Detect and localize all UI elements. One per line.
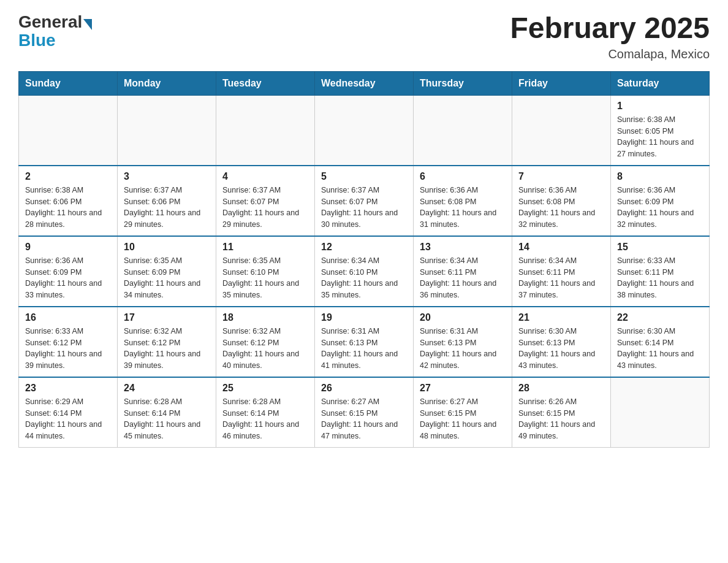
day-info: Sunrise: 6:36 AMSunset: 6:08 PMDaylight:… — [420, 185, 506, 231]
day-number: 16 — [25, 312, 111, 323]
day-info: Sunrise: 6:37 AMSunset: 6:07 PMDaylight:… — [321, 185, 407, 231]
calendar-cell: 19Sunrise: 6:31 AMSunset: 6:13 PMDayligh… — [315, 307, 414, 377]
calendar-cell — [315, 95, 414, 166]
day-number: 24 — [124, 383, 210, 394]
day-number: 22 — [617, 312, 703, 323]
day-info: Sunrise: 6:35 AMSunset: 6:10 PMDaylight:… — [222, 255, 308, 301]
calendar-week-row: 1Sunrise: 6:38 AMSunset: 6:05 PMDaylight… — [19, 95, 710, 166]
day-info: Sunrise: 6:32 AMSunset: 6:12 PMDaylight:… — [222, 326, 308, 372]
calendar-cell: 8Sunrise: 6:36 AMSunset: 6:09 PMDaylight… — [611, 166, 710, 236]
day-number: 20 — [420, 312, 506, 323]
calendar-cell: 12Sunrise: 6:34 AMSunset: 6:10 PMDayligh… — [315, 236, 414, 307]
calendar-cell: 16Sunrise: 6:33 AMSunset: 6:12 PMDayligh… — [19, 307, 118, 377]
day-number: 15 — [617, 242, 703, 253]
logo-blue-text: Blue — [18, 31, 56, 50]
day-number: 6 — [420, 171, 506, 182]
calendar-cell: 20Sunrise: 6:31 AMSunset: 6:13 PMDayligh… — [414, 307, 512, 377]
day-info: Sunrise: 6:38 AMSunset: 6:06 PMDaylight:… — [25, 185, 111, 231]
day-number: 9 — [25, 242, 111, 253]
day-number: 13 — [420, 242, 506, 253]
calendar-cell: 23Sunrise: 6:29 AMSunset: 6:14 PMDayligh… — [19, 377, 118, 448]
calendar-cell: 14Sunrise: 6:34 AMSunset: 6:11 PMDayligh… — [512, 236, 611, 307]
calendar-cell — [611, 377, 710, 448]
calendar-cell: 13Sunrise: 6:34 AMSunset: 6:11 PMDayligh… — [414, 236, 512, 307]
calendar-cell: 6Sunrise: 6:36 AMSunset: 6:08 PMDaylight… — [414, 166, 512, 236]
calendar-cell: 18Sunrise: 6:32 AMSunset: 6:12 PMDayligh… — [216, 307, 315, 377]
day-info: Sunrise: 6:36 AMSunset: 6:09 PMDaylight:… — [617, 185, 703, 231]
day-info: Sunrise: 6:36 AMSunset: 6:09 PMDaylight:… — [25, 255, 111, 301]
logo-general-text: General — [18, 12, 82, 32]
logo-top: General — [18, 12, 92, 32]
calendar-cell: 4Sunrise: 6:37 AMSunset: 6:07 PMDaylight… — [216, 166, 315, 236]
day-number: 8 — [617, 171, 703, 182]
calendar-cell — [118, 95, 216, 166]
day-number: 26 — [321, 383, 407, 394]
day-number: 5 — [321, 171, 407, 182]
day-header-monday: Monday — [118, 71, 216, 95]
calendar-title: February 2025 — [510, 12, 710, 45]
calendar-cell: 9Sunrise: 6:36 AMSunset: 6:09 PMDaylight… — [19, 236, 118, 307]
day-number: 14 — [518, 242, 604, 253]
day-info: Sunrise: 6:32 AMSunset: 6:12 PMDaylight:… — [124, 326, 210, 372]
calendar-cell: 22Sunrise: 6:30 AMSunset: 6:14 PMDayligh… — [611, 307, 710, 377]
calendar-cell: 17Sunrise: 6:32 AMSunset: 6:12 PMDayligh… — [118, 307, 216, 377]
day-header-wednesday: Wednesday — [315, 71, 414, 95]
logo: General Blue — [18, 12, 92, 50]
day-info: Sunrise: 6:31 AMSunset: 6:13 PMDaylight:… — [420, 326, 506, 372]
calendar-cell: 24Sunrise: 6:28 AMSunset: 6:14 PMDayligh… — [118, 377, 216, 448]
day-number: 1 — [617, 101, 703, 112]
day-info: Sunrise: 6:35 AMSunset: 6:09 PMDaylight:… — [124, 255, 210, 301]
calendar-cell: 10Sunrise: 6:35 AMSunset: 6:09 PMDayligh… — [118, 236, 216, 307]
day-info: Sunrise: 6:34 AMSunset: 6:10 PMDaylight:… — [321, 255, 407, 301]
calendar-cell: 2Sunrise: 6:38 AMSunset: 6:06 PMDaylight… — [19, 166, 118, 236]
day-number: 25 — [222, 383, 308, 394]
calendar-cell: 3Sunrise: 6:37 AMSunset: 6:06 PMDaylight… — [118, 166, 216, 236]
calendar-cell: 1Sunrise: 6:38 AMSunset: 6:05 PMDaylight… — [611, 95, 710, 166]
calendar-cell — [512, 95, 611, 166]
day-info: Sunrise: 6:27 AMSunset: 6:15 PMDaylight:… — [420, 396, 506, 442]
day-number: 12 — [321, 242, 407, 253]
calendar-cell: 27Sunrise: 6:27 AMSunset: 6:15 PMDayligh… — [414, 377, 512, 448]
day-number: 2 — [25, 171, 111, 182]
day-number: 27 — [420, 383, 506, 394]
day-info: Sunrise: 6:29 AMSunset: 6:14 PMDaylight:… — [25, 396, 111, 442]
day-number: 18 — [222, 312, 308, 323]
calendar-cell — [216, 95, 315, 166]
day-number: 23 — [25, 383, 111, 394]
calendar-header-row: SundayMondayTuesdayWednesdayThursdayFrid… — [19, 71, 710, 95]
logo-arrow-icon — [83, 19, 92, 30]
day-number: 11 — [222, 242, 308, 253]
day-info: Sunrise: 6:30 AMSunset: 6:14 PMDaylight:… — [617, 326, 703, 372]
day-number: 3 — [124, 171, 210, 182]
day-info: Sunrise: 6:26 AMSunset: 6:15 PMDaylight:… — [518, 396, 604, 442]
calendar-week-row: 16Sunrise: 6:33 AMSunset: 6:12 PMDayligh… — [19, 307, 710, 377]
day-info: Sunrise: 6:31 AMSunset: 6:13 PMDaylight:… — [321, 326, 407, 372]
day-number: 4 — [222, 171, 308, 182]
day-number: 28 — [518, 383, 604, 394]
day-info: Sunrise: 6:33 AMSunset: 6:11 PMDaylight:… — [617, 255, 703, 301]
day-number: 21 — [518, 312, 604, 323]
page-header: General Blue February 2025 Comalapa, Mex… — [18, 12, 710, 61]
day-number: 7 — [518, 171, 604, 182]
day-number: 17 — [124, 312, 210, 323]
day-header-tuesday: Tuesday — [216, 71, 315, 95]
day-info: Sunrise: 6:33 AMSunset: 6:12 PMDaylight:… — [25, 326, 111, 372]
day-info: Sunrise: 6:27 AMSunset: 6:15 PMDaylight:… — [321, 396, 407, 442]
day-info: Sunrise: 6:34 AMSunset: 6:11 PMDaylight:… — [420, 255, 506, 301]
day-header-thursday: Thursday — [414, 71, 512, 95]
day-header-saturday: Saturday — [611, 71, 710, 95]
day-info: Sunrise: 6:37 AMSunset: 6:06 PMDaylight:… — [124, 185, 210, 231]
day-number: 10 — [124, 242, 210, 253]
calendar-table: SundayMondayTuesdayWednesdayThursdayFrid… — [18, 71, 710, 448]
calendar-cell: 28Sunrise: 6:26 AMSunset: 6:15 PMDayligh… — [512, 377, 611, 448]
calendar-week-row: 23Sunrise: 6:29 AMSunset: 6:14 PMDayligh… — [19, 377, 710, 448]
calendar-cell — [414, 95, 512, 166]
calendar-week-row: 2Sunrise: 6:38 AMSunset: 6:06 PMDaylight… — [19, 166, 710, 236]
day-info: Sunrise: 6:38 AMSunset: 6:05 PMDaylight:… — [617, 114, 703, 160]
title-area: February 2025 Comalapa, Mexico — [510, 12, 710, 61]
calendar-week-row: 9Sunrise: 6:36 AMSunset: 6:09 PMDaylight… — [19, 236, 710, 307]
day-info: Sunrise: 6:37 AMSunset: 6:07 PMDaylight:… — [222, 185, 308, 231]
day-number: 19 — [321, 312, 407, 323]
day-info: Sunrise: 6:28 AMSunset: 6:14 PMDaylight:… — [222, 396, 308, 442]
day-info: Sunrise: 6:28 AMSunset: 6:14 PMDaylight:… — [124, 396, 210, 442]
